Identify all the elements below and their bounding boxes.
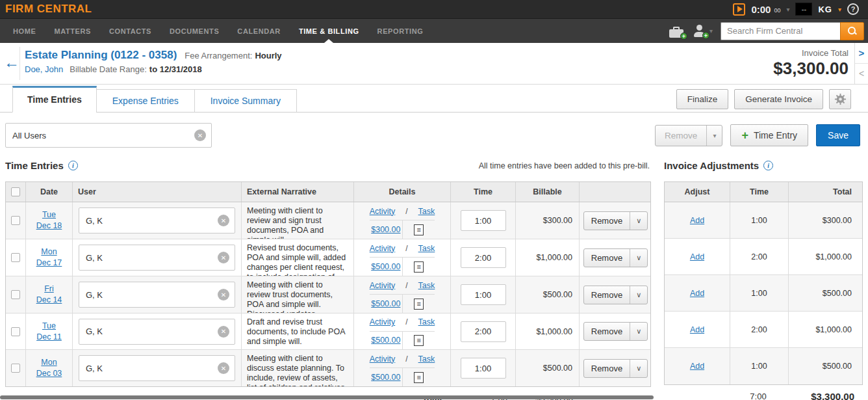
search-input[interactable] [721,22,840,40]
row-remove-caret-icon[interactable]: ∨ [630,360,647,377]
user-filter-input[interactable] [6,131,194,140]
narrative-note-icon[interactable]: ≡ [414,261,424,273]
nav-item[interactable]: CALENDAR [228,19,290,43]
row-remove-caret-icon[interactable]: ∨ [630,212,647,230]
add-adjustment-link[interactable]: Add [690,252,704,261]
clear-user-icon[interactable]: ✕ [218,326,229,338]
time-input[interactable] [461,247,506,268]
nav-item[interactable]: REPORTING [368,19,433,43]
rate-link[interactable]: $500.00 [371,336,400,345]
tab[interactable]: Time Entries [12,86,97,113]
back-arrow-icon[interactable]: ← [4,55,19,70]
task-link[interactable]: Task [418,354,435,364]
entry-date-link[interactable]: Mon Dec 17 [36,247,62,269]
nav-item[interactable]: MATTERS [45,19,100,43]
add-adjustment-link[interactable]: Add [690,289,704,298]
user-input[interactable] [79,216,218,226]
narrative-note-icon[interactable]: ≡ [414,299,424,310]
entry-date-link[interactable]: Tue Dec 18 [36,209,62,232]
nav-item[interactable]: TIME & BILLING [290,19,368,43]
activity-link[interactable]: Activity [370,244,396,253]
activity-link[interactable]: Activity [370,281,396,290]
rate-link[interactable]: $500.00 [371,373,400,382]
entry-date-link[interactable]: Mon Dec 03 [36,357,62,379]
plus-icon: + [741,131,748,140]
narrative-note-icon[interactable]: ≡ [414,335,424,346]
activity-link[interactable]: Activity [370,317,396,327]
row-checkbox[interactable] [11,290,20,299]
row-remove-button[interactable]: Remove [584,286,630,304]
remove-button[interactable]: Remove [656,126,706,146]
nav-item[interactable]: CONTACTS [100,19,160,43]
rate-link[interactable]: $300.00 [371,225,400,234]
info-icon[interactable]: i [763,161,773,170]
user-input[interactable] [79,364,218,373]
row-checkbox[interactable] [11,216,20,225]
finalize-button[interactable]: Finalize [676,89,729,109]
add-adjustment-link[interactable]: Add [690,362,704,371]
row-remove-caret-icon[interactable]: ∨ [630,249,647,267]
add-adjustment-link[interactable]: Add [690,325,704,334]
timer-caret-icon[interactable]: ▾ [786,6,789,13]
user-menu[interactable]: KG [818,5,832,14]
settings-gear-button[interactable] [829,89,851,109]
info-icon[interactable]: i [68,161,78,170]
task-link[interactable]: Task [418,207,435,216]
time-input[interactable] [461,321,506,342]
help-icon[interactable]: ? [847,3,859,15]
save-button[interactable]: Save [816,124,860,146]
timer-play-icon[interactable] [733,3,745,16]
activity-link[interactable]: Activity [370,354,396,364]
tab[interactable]: Expense Entries [96,89,195,113]
new-contact-caret-icon[interactable]: ▾ [709,27,713,34]
timer-minutes[interactable]: 0:00 [751,4,771,15]
row-remove-button[interactable]: Remove [584,360,630,377]
clear-user-icon[interactable]: ✕ [218,289,229,300]
nav-item[interactable]: DOCUMENTS [160,19,228,43]
generate-invoice-button[interactable]: Generate Invoice [734,89,823,109]
user-input[interactable] [79,327,218,336]
narrative-note-icon[interactable]: ≡ [414,224,424,235]
clear-user-icon[interactable]: ✕ [218,362,229,374]
row-checkbox[interactable] [11,327,20,336]
row-remove-button[interactable]: Remove [584,249,630,267]
client-link[interactable]: Doe, John [25,64,63,74]
row-checkbox[interactable] [11,253,20,262]
time-input[interactable] [461,358,506,379]
clear-user-icon[interactable]: ✕ [218,215,229,226]
narrative-note-icon[interactable]: ≡ [414,372,424,383]
time-input[interactable] [461,284,506,305]
row-checkbox[interactable] [11,364,20,373]
clear-filter-icon[interactable]: ✕ [194,129,206,141]
row-remove-button[interactable]: Remove [584,323,630,340]
user-input[interactable] [79,290,218,300]
row-remove-caret-icon[interactable]: ∨ [630,323,647,340]
timer-matter-selector[interactable]: -- [795,3,812,16]
row-remove-button[interactable]: Remove [584,212,630,230]
rate-link[interactable]: $500.00 [371,262,400,271]
new-contact-icon[interactable]: + [693,25,707,37]
new-matter-icon[interactable]: + [669,27,685,38]
entry-date-link[interactable]: Fri Dec 14 [36,284,62,306]
entry-date-link[interactable]: Tue Dec 11 [36,321,62,343]
remove-caret-icon[interactable]: ▾ [706,126,722,146]
row-remove-caret-icon[interactable]: ∨ [630,286,647,304]
add-time-entry-button[interactable]: + Time Entry [730,124,808,146]
search-button[interactable] [840,22,864,40]
task-link[interactable]: Task [418,317,435,327]
horizontal-scrollbar[interactable] [0,395,654,399]
user-menu-caret-icon[interactable]: ▾ [838,6,841,13]
user-input[interactable] [79,253,218,263]
activity-link[interactable]: Activity [370,207,396,216]
time-input[interactable] [461,210,506,231]
task-link[interactable]: Task [418,244,435,253]
nav-item[interactable]: HOME [4,19,45,43]
task-link[interactable]: Task [418,281,435,290]
add-adjustment-link[interactable]: Add [690,216,704,225]
expand-panel-icon[interactable]: > [855,43,868,64]
rate-link[interactable]: $500.00 [371,299,400,308]
collapse-panel-icon[interactable]: < [855,64,868,85]
tab[interactable]: Invoice Summary [194,89,297,113]
clear-user-icon[interactable]: ✕ [218,252,229,263]
select-all-checkbox[interactable] [11,187,20,196]
